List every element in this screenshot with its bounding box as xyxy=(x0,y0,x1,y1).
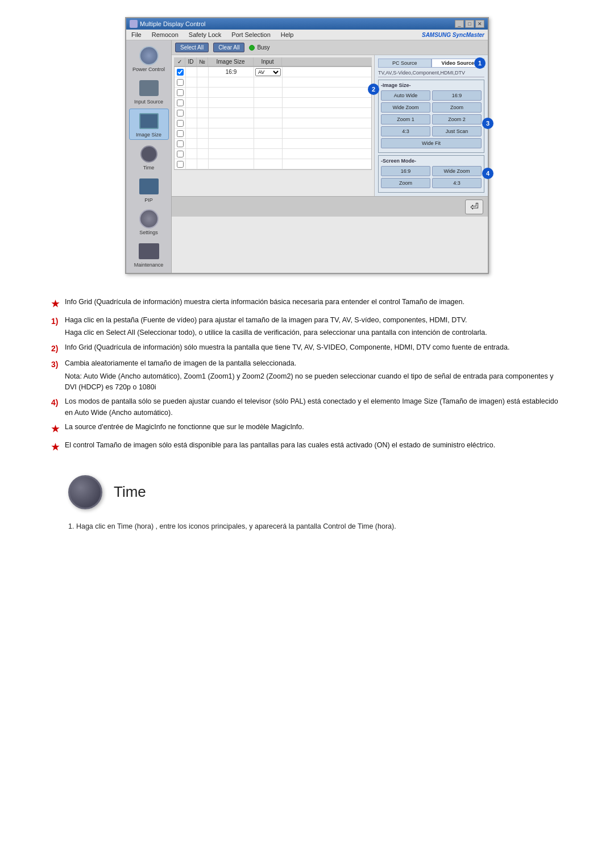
number-marker-3: 3) xyxy=(51,359,65,371)
pc-source-tab[interactable]: PC Source xyxy=(378,59,432,68)
sidebar-label-input: Input Source xyxy=(134,99,163,105)
table-row xyxy=(175,149,371,159)
row-checkbox[interactable] xyxy=(177,79,184,86)
sidebar-item-settings[interactable]: Settings xyxy=(129,207,169,237)
number-marker-4: 4) xyxy=(51,397,65,409)
table-row xyxy=(175,159,371,169)
btn-16-9[interactable]: 16:9 xyxy=(432,90,482,101)
screen-mode-buttons: 16:9 Wide Zoom Zoom 4:3 xyxy=(381,166,482,188)
table-row xyxy=(175,98,371,108)
row-checkbox[interactable] xyxy=(177,130,184,137)
bottom-bar: ⏎ xyxy=(172,196,488,217)
row-num xyxy=(197,67,209,77)
toolbar: Select All Clear All Busy xyxy=(172,40,488,55)
power-icon xyxy=(138,45,160,66)
zoom-button[interactable]: Zoom xyxy=(432,102,482,113)
image-size-icon xyxy=(138,111,160,131)
row-checkbox[interactable] xyxy=(177,120,184,127)
menu-port-selection[interactable]: Port Selection xyxy=(230,31,272,39)
col-header-num: № xyxy=(197,57,208,66)
time-icon xyxy=(138,144,160,164)
window-controls: _ □ ✕ xyxy=(455,20,484,28)
menu-safety-lock[interactable]: Safety Lock xyxy=(187,31,223,39)
row-checkbox[interactable] xyxy=(177,161,184,168)
settings-icon xyxy=(138,209,160,229)
row-checkbox[interactable] xyxy=(177,69,184,76)
table-row xyxy=(175,128,371,139)
table-row: 16:9 AV xyxy=(175,67,371,77)
sidebar: Power Control Input Source Image Size xyxy=(126,40,172,273)
minimize-button[interactable]: _ xyxy=(455,20,464,28)
sidebar-item-time[interactable]: Time xyxy=(129,142,169,172)
screen-mode-zoom[interactable]: Zoom xyxy=(381,178,430,188)
sidebar-label-pip: PIP xyxy=(144,197,153,203)
annotation-1: 1) Haga clic en la pestaña (Fuente de ví… xyxy=(51,315,563,339)
row-checkbox[interactable] xyxy=(177,89,184,96)
sidebar-label-time: Time xyxy=(143,165,155,171)
table-row xyxy=(175,139,371,149)
annotation-2: 2) Info Grid (Quadrícula de información)… xyxy=(51,342,563,355)
content-area: ✓ ID № Image Size Input xyxy=(172,55,488,196)
maintenance-icon xyxy=(138,241,160,261)
sidebar-label-power: Power Control xyxy=(132,67,165,72)
annotation-4: 4) Los modos de pantalla sólo se pueden … xyxy=(51,396,563,418)
annotation-text-star-2: La source d'entrée de MagicInfo ne fonct… xyxy=(65,422,563,433)
sidebar-item-imagesize[interactable]: Image Size xyxy=(129,109,169,140)
col-header-input: Input xyxy=(254,57,282,66)
wide-fit-button[interactable]: Wide Fit xyxy=(381,138,482,148)
display-grid: ✓ ID № Image Size Input xyxy=(172,55,374,196)
row-imagesize: 16:9 xyxy=(209,67,254,77)
row-input: AV xyxy=(254,67,283,77)
zoom1-button[interactable]: Zoom 1 xyxy=(381,114,430,124)
screen-mode-4-3[interactable]: 4:3 xyxy=(432,178,482,188)
menu-remocon[interactable]: Remocon xyxy=(150,31,180,39)
row-checkbox-cell xyxy=(175,67,186,77)
row-checkbox[interactable] xyxy=(177,99,184,106)
time-notes: 1. Haga clic en Time (hora) , entre los … xyxy=(34,521,580,543)
window-titlebar: Multiple Display Control _ □ ✕ xyxy=(126,18,488,30)
pip-icon xyxy=(138,176,160,197)
btn-4-3[interactable]: 4:3 xyxy=(381,126,430,136)
apply-button[interactable]: ⏎ xyxy=(465,200,483,214)
screen-mode-wide-zoom[interactable]: Wide Zoom xyxy=(432,166,482,176)
row-id xyxy=(186,67,197,77)
grid-header: ✓ ID № Image Size Input xyxy=(174,57,372,67)
image-size-buttons: Auto Wide 16:9 Wide Zoom Zoom Zoom 1 Zoo… xyxy=(381,90,482,148)
annotation-text-1: Haga clic en la pestaña (Fuente de vídeo… xyxy=(65,315,563,339)
row-checkbox[interactable] xyxy=(177,140,184,147)
menu-file[interactable]: File xyxy=(130,31,143,39)
sidebar-item-input[interactable]: Input Source xyxy=(129,76,169,106)
annotation-text-star-3: El control Tamaño de imagen sólo está di… xyxy=(65,440,563,451)
input-source-icon xyxy=(138,78,160,98)
sidebar-label-imagesize: Image Size xyxy=(136,132,161,138)
clear-all-button[interactable]: Clear All xyxy=(213,43,244,52)
annotation-text-4: Los modos de pantalla sólo se pueden aju… xyxy=(65,396,563,418)
window-title-area: Multiple Display Control xyxy=(130,20,206,28)
auto-wide-button[interactable]: Auto Wide xyxy=(381,90,430,101)
col-header-check: ✓ xyxy=(174,57,185,66)
close-button[interactable]: ✕ xyxy=(475,20,484,28)
row-checkbox[interactable] xyxy=(177,110,184,117)
row-checkbox[interactable] xyxy=(177,151,184,157)
annotation-3: 3) Cambia aleatoriamente el tamaño de im… xyxy=(51,358,563,393)
zoom2-button[interactable]: Zoom 2 xyxy=(432,114,482,124)
table-row xyxy=(175,77,371,88)
sidebar-label-maintenance: Maintenance xyxy=(134,262,164,268)
menu-items: File Remocon Safety Lock Port Selection … xyxy=(130,31,295,39)
select-all-button[interactable]: Select All xyxy=(175,43,209,52)
just-scan-button[interactable]: Just Scan xyxy=(432,126,482,136)
time-section-title: Time xyxy=(114,483,146,501)
screen-mode-16-9[interactable]: 16:9 xyxy=(381,166,430,176)
annotation-star-1: ★ Info Grid (Quadrícula de información) … xyxy=(51,297,563,312)
input-select[interactable]: AV xyxy=(255,68,281,76)
maximize-button[interactable]: □ xyxy=(465,20,474,28)
window-app-icon xyxy=(130,20,138,28)
sidebar-item-maintenance[interactable]: Maintenance xyxy=(129,239,169,269)
menu-help[interactable]: Help xyxy=(279,31,296,39)
page-container: Multiple Display Control _ □ ✕ File Remo… xyxy=(0,0,614,560)
sidebar-item-pip[interactable]: PIP xyxy=(129,175,169,205)
sidebar-item-power[interactable]: Power Control xyxy=(129,44,169,74)
time-note-1: 1. Haga clic en Time (hora) , entre los … xyxy=(68,521,546,532)
table-row xyxy=(175,88,371,98)
wide-zoom-button[interactable]: Wide Zoom xyxy=(381,102,430,113)
